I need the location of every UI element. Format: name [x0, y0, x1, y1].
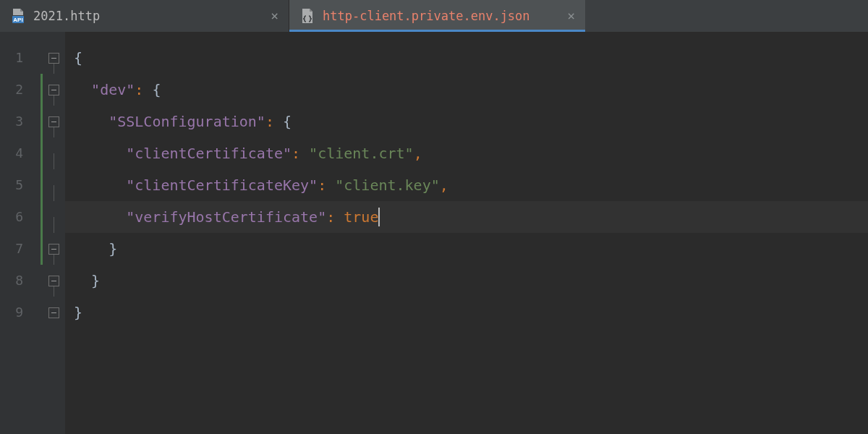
code-line[interactable]: }: [65, 265, 868, 297]
close-icon[interactable]: ×: [271, 9, 278, 22]
fold-toggle-icon[interactable]: [48, 116, 59, 127]
comma: ,: [414, 145, 422, 162]
brace: {: [74, 49, 82, 67]
close-icon[interactable]: ×: [567, 9, 575, 22]
colon: :: [318, 176, 326, 194]
json-string: "client.crt": [300, 145, 414, 162]
json-key: "SSLConfiguration": [109, 113, 265, 130]
tab-http-client-env[interactable]: http-client.private.env.json ×: [289, 0, 585, 32]
line-number: 7: [0, 233, 38, 265]
brace: {: [274, 113, 292, 130]
json-key: "clientCertificate": [126, 145, 292, 162]
text-caret: [378, 208, 380, 226]
tab-2021-http[interactable]: API 2021.http ×: [0, 0, 289, 32]
code-line[interactable]: "SSLConfiguration": {: [65, 106, 868, 137]
fold-toggle-icon[interactable]: [48, 53, 59, 64]
brace: {: [143, 81, 161, 98]
code-line[interactable]: {: [65, 42, 868, 74]
line-number-gutter: 1 2 3 4 5 6 7 8 9: [0, 32, 38, 434]
line-number: 5: [0, 169, 38, 201]
colon: :: [292, 145, 300, 162]
fold-toggle-icon[interactable]: [48, 244, 59, 255]
json-bool: true: [335, 208, 378, 226]
line-number: 6: [0, 201, 38, 233]
brace: }: [109, 240, 117, 258]
svg-text:API: API: [13, 17, 22, 23]
code-line[interactable]: }: [65, 233, 868, 265]
fold-toggle-icon[interactable]: [48, 85, 59, 95]
tab-label: 2021.http: [33, 9, 100, 23]
code-line[interactable]: }: [65, 297, 868, 328]
json-key: "verifyHostCertificate": [126, 208, 326, 226]
code-line[interactable]: "clientCertificate": "client.crt",: [65, 137, 868, 169]
line-number: 9: [0, 297, 38, 328]
tab-label: http-client.private.env.json: [323, 9, 530, 23]
colon: :: [135, 81, 143, 98]
fold-gutter: [38, 32, 65, 434]
brace: }: [74, 304, 82, 321]
fold-toggle-icon[interactable]: [48, 307, 59, 318]
json-key: "clientCertificateKey": [126, 176, 318, 194]
code-line[interactable]: "clientCertificateKey": "client.key",: [65, 169, 868, 201]
json-key: "dev": [91, 81, 135, 98]
code-editor[interactable]: { "dev": { "SSLConfiguration": { "client…: [65, 32, 868, 434]
editor-tabs: API 2021.http × http-client.private.env.…: [0, 0, 868, 32]
http-file-icon: API: [10, 8, 26, 24]
line-number: 1: [0, 42, 38, 74]
json-string: "client.key": [326, 176, 440, 194]
colon: :: [326, 208, 335, 226]
fold-toggle-icon[interactable]: [48, 276, 59, 286]
code-line[interactable]: "dev": {: [65, 74, 868, 106]
colon: :: [265, 113, 274, 130]
line-number: 3: [0, 106, 38, 137]
brace: }: [91, 272, 100, 289]
json-file-icon: [299, 8, 315, 24]
comma: ,: [440, 176, 448, 194]
code-line-current[interactable]: "verifyHostCertificate": true: [65, 201, 868, 233]
line-number: 4: [0, 137, 38, 169]
line-number: 2: [0, 74, 38, 106]
line-number: 8: [0, 265, 38, 297]
editor-area: 1 2 3 4 5 6 7 8 9 { "dev": { "SSL: [0, 32, 868, 434]
